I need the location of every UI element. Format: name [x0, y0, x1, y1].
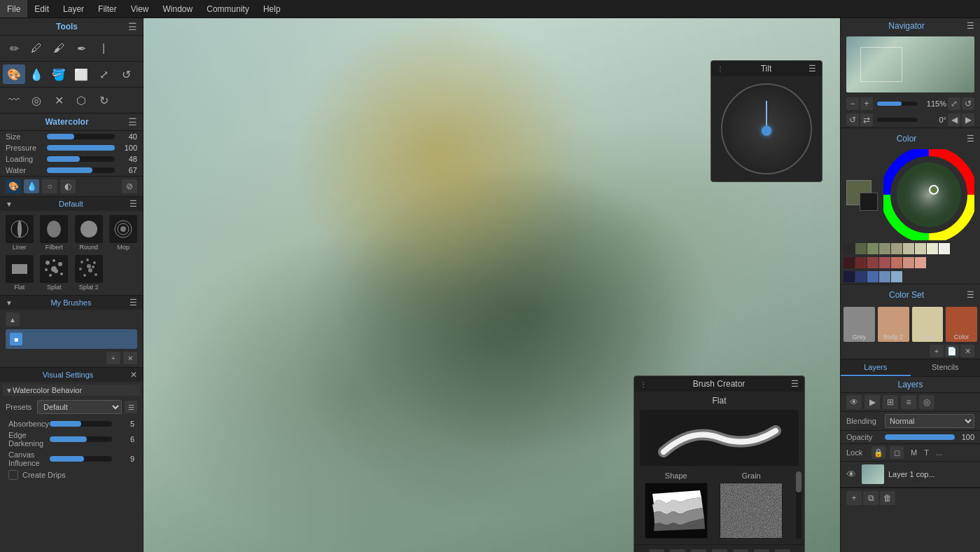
navigator-menu[interactable]: ☰ [967, 21, 974, 31]
tool-refresh[interactable]: ↻ [92, 90, 115, 110]
bm-dry[interactable]: ○ [42, 179, 57, 193]
qs-blue3[interactable] [879, 271, 890, 282]
my-brushes-menu[interactable]: ☰ [130, 298, 137, 308]
qs-olive[interactable] [855, 243, 867, 254]
tool-lasso[interactable]: ⬡ [70, 90, 92, 110]
menu-layer[interactable]: Layer [56, 0, 91, 18]
delete-layer-btn[interactable]: 🗑 [880, 491, 895, 505]
bc-menu[interactable]: ☰ [791, 379, 799, 389]
qs-navy[interactable] [844, 271, 855, 282]
tool-eyedropper[interactable]: 💧 [25, 64, 48, 84]
tools-menu-icon[interactable]: ☰ [128, 21, 137, 32]
tool-cross[interactable]: ✕ [48, 90, 70, 110]
tool-marker[interactable]: ✒ [70, 39, 92, 58]
layer-row-1[interactable]: 👁 Layer 1 cop... [841, 462, 980, 488]
bc-scrollbar[interactable] [796, 471, 802, 539]
zoom-fit-btn[interactable]: ⤢ [948, 97, 960, 110]
menu-help[interactable]: Help [256, 0, 288, 18]
brush-mop[interactable]: Mop [107, 214, 141, 252]
menu-filter[interactable]: Filter [91, 0, 124, 18]
bm-color[interactable]: 🎨 [6, 179, 21, 193]
background-color[interactable] [860, 193, 878, 211]
brushes-collapse[interactable]: ▼ [6, 200, 13, 208]
bc-export-btn[interactable]: ▲ [754, 549, 769, 552]
colorset-menu[interactable]: ☰ [967, 290, 974, 300]
qs-red1[interactable] [855, 257, 867, 268]
opacity-slider[interactable] [885, 434, 955, 440]
tool-smudge[interactable]: 〰 [3, 90, 25, 110]
brush-splat2[interactable]: Splat 2 [72, 254, 106, 292]
bc-import-btn[interactable]: ⬇ [733, 549, 748, 552]
menu-window[interactable]: Window [156, 0, 200, 18]
my-brushes-add[interactable]: + [106, 352, 120, 364]
qs-white[interactable] [939, 243, 950, 254]
zoom-reset-btn[interactable]: ↺ [962, 97, 974, 110]
bm-blend[interactable]: ◐ [60, 179, 76, 193]
zoom-out-btn[interactable]: − [846, 97, 859, 110]
stencils-tab[interactable]: Stencils [911, 359, 981, 376]
pressure-slider[interactable] [47, 145, 115, 151]
blending-select[interactable]: Normal Multiply Screen Overlay [885, 414, 974, 428]
menu-edit[interactable]: Edit [27, 0, 56, 18]
cs-thumb-grey[interactable]: Grey [844, 307, 875, 342]
edge-darkening-slider[interactable] [50, 436, 112, 442]
lc-play[interactable]: ▶ [864, 395, 880, 409]
layers-tab[interactable]: Layers [841, 359, 911, 376]
cs-del-btn[interactable]: ✕ [960, 345, 974, 357]
lock-alpha[interactable]: ◻ [890, 446, 904, 459]
tool-brush[interactable]: 🖌 [48, 39, 70, 58]
qs-peach[interactable] [903, 257, 914, 268]
canvas-influence-slider[interactable] [50, 456, 112, 462]
menu-view[interactable]: View [124, 0, 156, 18]
tool-ink[interactable]: 🖊 [25, 39, 48, 58]
bc-grain-thumb[interactable] [720, 483, 783, 539]
tool-rotate[interactable]: ↺ [115, 64, 137, 84]
bm-clear[interactable]: ⊘ [122, 179, 137, 193]
tool-pencil[interactable]: ✏ [3, 39, 25, 58]
absorbency-slider[interactable] [50, 421, 112, 427]
qs-blue1[interactable] [855, 271, 867, 282]
qs-sky[interactable] [891, 271, 902, 282]
bc-add-btn[interactable]: + [649, 549, 664, 552]
lc-timeline[interactable]: ≡ [901, 395, 916, 409]
bm-wet[interactable]: 💧 [24, 179, 39, 193]
qs-red3[interactable] [879, 257, 890, 268]
duplicate-layer-btn[interactable]: ⧉ [863, 491, 878, 505]
qs-black[interactable] [844, 243, 855, 254]
cs-new-btn[interactable]: 📄 [945, 345, 959, 357]
qs-salmon[interactable] [891, 257, 902, 268]
brush-round[interactable]: Round [72, 214, 106, 252]
add-layer-btn[interactable]: + [846, 491, 862, 505]
tool-transform[interactable]: ⤢ [92, 64, 115, 84]
brush-flat[interactable]: Flat [3, 254, 36, 292]
menu-community[interactable]: Community [200, 0, 256, 18]
tool-fill[interactable]: 🪣 [48, 64, 70, 84]
cs-add-btn[interactable]: + [930, 345, 944, 357]
my-brushes-chevron[interactable]: ▲ [6, 312, 20, 326]
bc-up-btn[interactable]: ▲ [712, 549, 727, 552]
brushes-menu[interactable]: ☰ [130, 199, 137, 209]
qs-pale[interactable] [915, 243, 926, 254]
color-menu[interactable]: ☰ [967, 134, 974, 144]
create-drips-checkbox[interactable] [8, 470, 18, 480]
bc-del-btn[interactable]: 🗑 [775, 549, 790, 552]
lc-visibility[interactable]: 👁 [846, 395, 862, 409]
qs-red2[interactable] [867, 257, 878, 268]
tilt-menu[interactable]: ☰ [808, 64, 816, 74]
qs-cream[interactable] [927, 243, 938, 254]
my-brushes-delete[interactable]: ✕ [123, 352, 137, 364]
tool-paint[interactable]: 🎨 [3, 64, 25, 84]
canvas-area[interactable]: ⋮ Tilt ☰ ⋮ Brush Creator ☰ Flat [144, 18, 840, 552]
tool-alt-eyedropper[interactable]: ◎ [25, 90, 48, 110]
qs-green2[interactable] [879, 243, 890, 254]
wb-header[interactable]: ▼ Watercolor Behavior [3, 385, 140, 396]
my-brushes-active-item[interactable]: ■ [6, 329, 137, 349]
cs-thumb-color[interactable]: Color [946, 307, 977, 342]
menu-file[interactable]: File [0, 0, 27, 18]
qs-sage[interactable] [891, 243, 902, 254]
rotate-left-btn[interactable]: ◀ [948, 113, 960, 126]
vs-close[interactable]: ✕ [130, 370, 137, 380]
size-slider[interactable] [47, 134, 115, 139]
bc-prev-btn[interactable]: ◀ [670, 549, 685, 552]
cs-thumb-light[interactable]: Light [912, 307, 944, 342]
